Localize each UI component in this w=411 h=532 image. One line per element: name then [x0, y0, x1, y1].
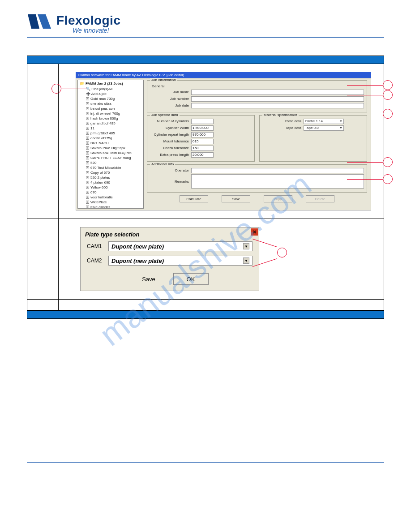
annotation-line	[61, 89, 88, 89]
logo-tagline: We innovate!	[73, 27, 120, 34]
label-jobnumber: Job number	[150, 97, 191, 101]
group-additional-info: Additional info Operator Remarks	[147, 164, 367, 193]
tree-item[interactable]: +Sakata 6pk. Mini BBQ ntb	[80, 150, 141, 155]
label-numcyl: Number of cylinders	[150, 119, 191, 123]
select-cam1[interactable]: Dupont (new plate) ▼	[108, 241, 253, 251]
label-operator: Operator	[150, 168, 191, 172]
tree-find[interactable]: 🔍 Find job(s)All	[80, 86, 141, 91]
annotation-circle	[383, 174, 393, 184]
tree-add[interactable]: ➕ Add a job	[80, 91, 141, 96]
screenshot-job-editor: Control software for FAMM made by AV Fle…	[76, 72, 371, 210]
folder-icon: 📁	[80, 82, 84, 86]
section-bar-top	[27, 56, 384, 64]
tree-item[interactable]: +Kale cilinder	[80, 205, 141, 209]
calculate-button[interactable]: Calculate	[180, 195, 208, 202]
footer-divider	[27, 462, 384, 463]
group-job-information: Job information General Job name Job num…	[147, 80, 367, 112]
annotation-circle	[51, 84, 61, 94]
input-cylwidth[interactable]	[191, 125, 214, 131]
label-cylwidth: Cylinder Width	[150, 126, 191, 130]
tree-item[interactable]: +520	[80, 160, 141, 165]
input-checktol[interactable]	[191, 146, 214, 151]
logo: Flexologic We innovate!	[27, 13, 384, 34]
document-table: Control software for FAMM made by AV Fle…	[27, 56, 384, 319]
window-titlebar: Control software for FAMM made by AV Fle…	[76, 72, 371, 78]
tree-item[interactable]: +be.col pea. con	[80, 106, 141, 111]
chevron-down-icon: ▼	[243, 257, 249, 264]
select-tapedata[interactable]: Tape 0.0▼	[304, 125, 344, 131]
input-jobname[interactable]	[191, 90, 364, 95]
input-remarks[interactable]	[191, 174, 364, 189]
label-remarks: Remarks	[150, 180, 191, 184]
annotation-circle	[383, 80, 393, 90]
label-cylrep: Cylinder repeat length	[150, 133, 191, 137]
annotation-circle	[383, 157, 393, 167]
tree-item[interactable]: +Sakata Pawi Digit 6pk	[80, 146, 141, 150]
group-material-spec: Material specification Plate data Cliche…	[259, 115, 367, 162]
tree-item[interactable]: +hash brown 800g	[80, 116, 141, 121]
annotation-circle	[383, 90, 393, 100]
annotation-line	[347, 179, 383, 180]
label-extrapress: Extra press length	[150, 153, 191, 157]
label-mounttol: Mount tolerance	[150, 139, 191, 143]
label-jobdate: Job date	[150, 103, 191, 107]
tree-item[interactable]: +gar and bcf 485	[80, 121, 141, 126]
chevron-down-icon: ▼	[339, 120, 342, 123]
tree-root: FAMM Jan 2 (23 Jobs)	[86, 82, 123, 86]
annotation-line	[347, 114, 383, 114]
ok-button[interactable]: OK	[173, 273, 209, 285]
tree-item[interactable]: +WidePlate	[80, 200, 141, 205]
input-jobnumber[interactable]	[191, 96, 364, 102]
input-numcyl[interactable]	[191, 119, 214, 124]
label-cam1: CAM1	[87, 243, 108, 249]
annotation-circle	[383, 109, 393, 119]
save-button[interactable]: Save	[131, 273, 167, 285]
section-bar-bottom	[27, 310, 384, 318]
copy-button[interactable]: copy	[264, 195, 292, 202]
tree-item[interactable]: +11	[80, 126, 141, 131]
tree-item[interactable]: +one aku cliza	[80, 101, 141, 106]
input-jobdate[interactable]	[191, 103, 364, 108]
label-cam2: CAM2	[87, 257, 108, 264]
close-icon[interactable]: ✕	[251, 228, 258, 236]
tree-item[interactable]: +4 platen 690	[80, 180, 141, 185]
input-operator[interactable]	[191, 168, 364, 173]
chevron-down-icon: ▼	[243, 243, 249, 249]
group-job-specific-data: Job specific data Number of cylinders Cy…	[147, 115, 255, 162]
screenshot-plate-type-selection: ✕ Plate type selection CAM1 Dupont (new …	[80, 227, 259, 291]
subheading-general: General	[152, 84, 364, 88]
dialog-title: Plate type selection	[81, 227, 259, 240]
tree-item[interactable]: +Yellow 600	[80, 185, 141, 190]
svg-marker-1	[38, 14, 51, 29]
input-cylrep[interactable]	[191, 132, 214, 137]
tree-item[interactable]: +voor kalibratie	[80, 195, 141, 200]
tree-item[interactable]: +ondite of175g	[80, 136, 141, 141]
tree-item[interactable]: +670	[80, 190, 141, 195]
tree-item[interactable]: +670 Test Miccabbin	[80, 165, 141, 170]
logo-icon	[27, 13, 52, 30]
label-tapedata: Tape data	[262, 126, 304, 130]
select-platedata[interactable]: Cliche 1.14▼	[304, 119, 344, 124]
select-cam2[interactable]: Dupont (new plate) ▼	[108, 256, 253, 266]
tree-item[interactable]: +DR1 NACH	[80, 141, 141, 146]
job-tree[interactable]: 📁FAMM Jan 2 (23 Jobs) 🔍 Find job(s)All ➕…	[77, 80, 144, 209]
tree-item[interactable]: +Copy of 670	[80, 170, 141, 175]
save-button[interactable]: Save	[222, 195, 250, 202]
annotation-line	[347, 162, 383, 163]
annotation-circle	[277, 248, 287, 257]
label-checktol: Check tolerance	[150, 146, 191, 150]
svg-marker-0	[28, 14, 39, 29]
chevron-down-icon: ▼	[339, 126, 342, 129]
tree-item[interactable]: +520 2 plates	[80, 175, 141, 180]
tree-item[interactable]: +prm gr&bcf 485	[80, 131, 141, 136]
tree-item[interactable]: +inj. dt wnesel 700g	[80, 111, 141, 116]
annotation-line	[347, 95, 383, 95]
tree-item[interactable]: +CAPE FRUIT LOAF 900g	[80, 155, 141, 160]
logo-brand: Flexologic	[56, 13, 120, 28]
delete-button[interactable]: Delete	[306, 195, 334, 202]
tree-item[interactable]: +Gold max 700g	[80, 96, 141, 101]
label-platedata: Plate data	[262, 119, 304, 123]
input-mounttol[interactable]	[191, 139, 214, 144]
input-extrapress[interactable]	[191, 152, 214, 158]
header-divider	[27, 37, 384, 38]
